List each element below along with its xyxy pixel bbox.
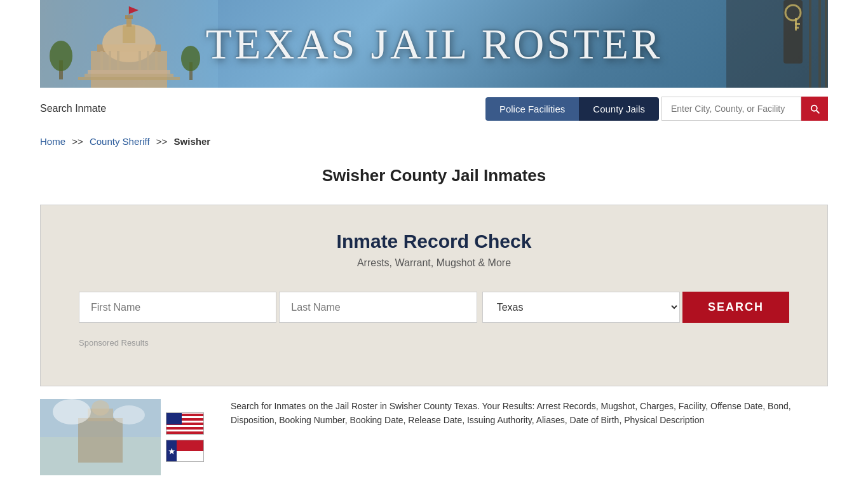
breadcrumb-sep-2: >> <box>156 136 168 147</box>
svg-point-21 <box>181 46 200 71</box>
search-icon <box>809 103 820 114</box>
svg-rect-11 <box>117 51 119 70</box>
facility-search-button[interactable] <box>801 97 828 121</box>
record-check-form: AlabamaAlaskaArizonaArkansas CaliforniaC… <box>79 292 789 323</box>
record-check-title: Inmate Record Check <box>79 231 789 252</box>
record-check-subtitle: Arrests, Warrant, Mugshot & More <box>79 257 789 269</box>
page-title-area: Swisher County Jail Inmates <box>40 159 828 205</box>
svg-rect-15 <box>88 70 170 74</box>
svg-rect-17 <box>78 77 180 80</box>
texas-flag-stripes <box>177 440 203 461</box>
keys-overlay <box>726 0 828 88</box>
svg-point-36 <box>53 399 91 424</box>
svg-rect-9 <box>100 51 103 70</box>
texas-flag-white <box>177 451 203 462</box>
svg-rect-29 <box>818 0 821 88</box>
svg-rect-26 <box>795 23 800 25</box>
texas-flag: ★ <box>166 440 204 462</box>
svg-point-35 <box>92 400 109 416</box>
sponsored-results-label: Sponsored Results <box>79 338 789 348</box>
state-select[interactable]: AlabamaAlaskaArizonaArkansas CaliforniaC… <box>482 292 680 323</box>
svg-rect-4 <box>123 25 135 43</box>
breadcrumb-current: Swisher <box>174 136 211 147</box>
svg-rect-14 <box>155 51 158 70</box>
texas-flag-blue: ★ <box>166 440 177 461</box>
svg-point-19 <box>50 41 72 71</box>
first-name-input[interactable] <box>79 292 276 323</box>
breadcrumb: Home >> County Sheriff >> Swisher <box>40 130 828 159</box>
search-inmate-label: Search Inmate <box>40 103 485 114</box>
bottom-image-svg <box>40 399 161 475</box>
bottom-image-area: ★ <box>40 399 218 475</box>
bottom-main-image <box>40 399 161 475</box>
svg-rect-16 <box>85 74 173 77</box>
county-jails-button[interactable]: County Jails <box>579 97 659 121</box>
bottom-section: ★ Search for Inmates on the Jail Roster … <box>40 399 828 475</box>
breadcrumb-sep-1: >> <box>72 136 83 147</box>
facility-search-input[interactable] <box>661 97 801 121</box>
svg-rect-13 <box>147 51 149 70</box>
texas-flag-red <box>177 440 203 451</box>
svg-rect-27 <box>795 27 799 29</box>
flag-images: ★ <box>166 399 204 475</box>
svg-rect-22 <box>726 0 828 88</box>
svg-rect-30 <box>825 0 827 88</box>
breadcrumb-county-sheriff[interactable]: County Sheriff <box>90 136 150 147</box>
header-banner: Texas Jail Roster <box>40 0 828 88</box>
bottom-description: Search for Inmates on the Jail Roster in… <box>231 399 828 428</box>
svg-rect-12 <box>139 51 141 70</box>
banner-title: Texas Jail Roster <box>205 19 662 69</box>
svg-rect-33 <box>78 418 123 463</box>
facility-search-container <box>661 97 828 121</box>
record-search-button[interactable]: SEARCH <box>682 292 789 323</box>
record-check-box: Inmate Record Check Arrests, Warrant, Mu… <box>40 205 828 386</box>
capitol-illustration <box>40 0 218 88</box>
svg-rect-5 <box>126 18 132 27</box>
nav-buttons: Police Facilities County Jails <box>485 97 659 121</box>
us-flag <box>166 412 204 435</box>
page-title: Swisher County Jail Inmates <box>40 166 828 186</box>
nav-area: Search Inmate Police Facilities County J… <box>40 88 828 130</box>
svg-rect-10 <box>109 51 111 70</box>
police-facilities-button[interactable]: Police Facilities <box>485 97 579 121</box>
svg-point-37 <box>113 405 145 424</box>
last-name-input[interactable] <box>279 292 477 323</box>
breadcrumb-home[interactable]: Home <box>40 136 65 147</box>
svg-rect-28 <box>809 0 811 88</box>
